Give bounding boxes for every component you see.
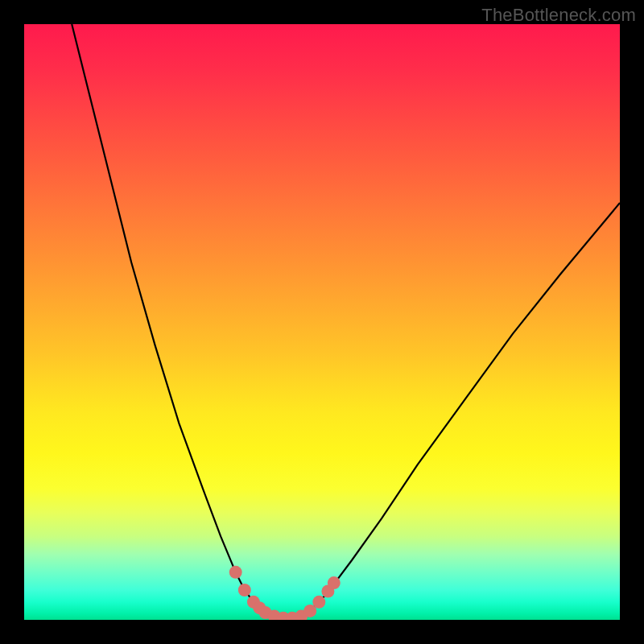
data-point [312, 596, 325, 609]
chart-svg [24, 24, 620, 620]
chart-plot-area [24, 24, 620, 620]
data-point [229, 566, 242, 579]
data-point [328, 576, 341, 589]
data-point [238, 584, 251, 597]
watermark-text: TheBottleneck.com [481, 5, 636, 26]
bottleneck-curve-path [72, 24, 620, 619]
highlighted-points-group [229, 566, 341, 620]
